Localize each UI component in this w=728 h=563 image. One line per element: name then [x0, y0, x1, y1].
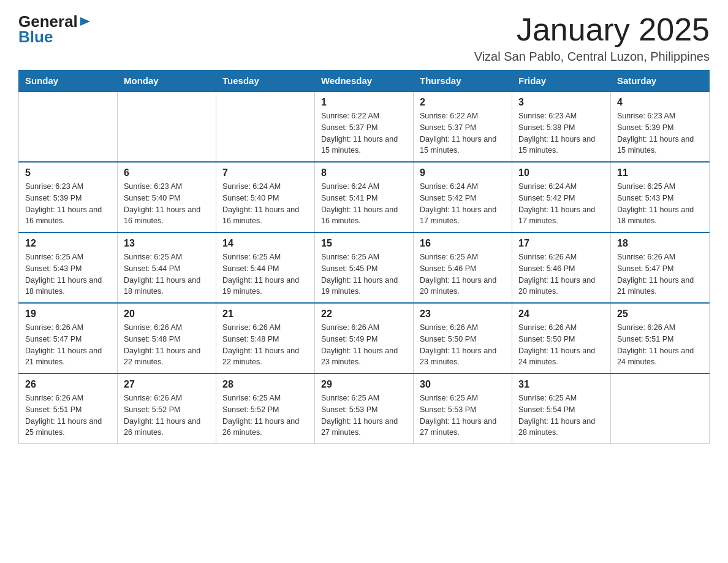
day-info: Sunrise: 6:25 AMSunset: 5:53 PMDaylight:…	[420, 393, 506, 439]
calendar-day-1: 1Sunrise: 6:22 AMSunset: 5:37 PMDaylight…	[315, 91, 414, 162]
day-number: 9	[420, 167, 506, 178]
day-info: Sunrise: 6:22 AMSunset: 5:37 PMDaylight:…	[321, 110, 407, 156]
day-number: 30	[420, 379, 506, 390]
calendar-day-14: 14Sunrise: 6:25 AMSunset: 5:44 PMDayligh…	[216, 232, 315, 303]
calendar-day-7: 7Sunrise: 6:24 AMSunset: 5:40 PMDaylight…	[216, 162, 315, 232]
day-number: 26	[25, 379, 111, 390]
svg-marker-0	[80, 17, 90, 26]
calendar-week-row: 5Sunrise: 6:23 AMSunset: 5:39 PMDaylight…	[19, 162, 710, 232]
calendar-day-16: 16Sunrise: 6:25 AMSunset: 5:46 PMDayligh…	[414, 232, 512, 303]
calendar-header-sunday: Sunday	[19, 71, 118, 92]
calendar-day-24: 24Sunrise: 6:26 AMSunset: 5:50 PMDayligh…	[512, 303, 611, 373]
day-info: Sunrise: 6:25 AMSunset: 5:43 PMDaylight:…	[617, 181, 703, 227]
day-number: 25	[617, 308, 703, 320]
day-number: 6	[124, 167, 210, 178]
calendar-header-friday: Friday	[512, 71, 611, 92]
calendar-week-row: 12Sunrise: 6:25 AMSunset: 5:43 PMDayligh…	[19, 232, 710, 303]
logo-icon	[79, 15, 93, 28]
day-info: Sunrise: 6:25 AMSunset: 5:53 PMDaylight:…	[321, 393, 407, 439]
calendar-day-empty	[118, 91, 216, 162]
calendar-day-11: 11Sunrise: 6:25 AMSunset: 5:43 PMDayligh…	[611, 162, 710, 232]
calendar-day-8: 8Sunrise: 6:24 AMSunset: 5:41 PMDaylight…	[315, 162, 414, 232]
calendar-header-thursday: Thursday	[414, 71, 512, 92]
day-number: 8	[321, 167, 407, 178]
day-info: Sunrise: 6:26 AMSunset: 5:52 PMDaylight:…	[124, 393, 210, 439]
calendar-day-25: 25Sunrise: 6:26 AMSunset: 5:51 PMDayligh…	[611, 303, 710, 373]
day-info: Sunrise: 6:25 AMSunset: 5:44 PMDaylight:…	[124, 251, 210, 297]
page-header: General Blue January 2025 Vizal San Pabl…	[18, 12, 710, 64]
day-info: Sunrise: 6:26 AMSunset: 5:50 PMDaylight:…	[518, 322, 604, 368]
calendar-day-26: 26Sunrise: 6:26 AMSunset: 5:51 PMDayligh…	[19, 373, 118, 444]
calendar-day-2: 2Sunrise: 6:22 AMSunset: 5:37 PMDaylight…	[414, 91, 512, 162]
calendar-day-4: 4Sunrise: 6:23 AMSunset: 5:39 PMDaylight…	[611, 91, 710, 162]
calendar-week-row: 19Sunrise: 6:26 AMSunset: 5:47 PMDayligh…	[19, 303, 710, 373]
day-number: 17	[518, 238, 604, 249]
calendar-day-19: 19Sunrise: 6:26 AMSunset: 5:47 PMDayligh…	[19, 303, 118, 373]
calendar-day-23: 23Sunrise: 6:26 AMSunset: 5:50 PMDayligh…	[414, 303, 512, 373]
calendar-header-tuesday: Tuesday	[216, 71, 315, 92]
calendar-day-empty	[19, 91, 118, 162]
day-number: 1	[321, 97, 407, 108]
calendar-day-13: 13Sunrise: 6:25 AMSunset: 5:44 PMDayligh…	[118, 232, 216, 303]
calendar-day-6: 6Sunrise: 6:23 AMSunset: 5:40 PMDaylight…	[118, 162, 216, 232]
calendar-day-5: 5Sunrise: 6:23 AMSunset: 5:39 PMDaylight…	[19, 162, 118, 232]
calendar-week-row: 26Sunrise: 6:26 AMSunset: 5:51 PMDayligh…	[19, 373, 710, 444]
day-info: Sunrise: 6:23 AMSunset: 5:39 PMDaylight:…	[617, 110, 703, 156]
calendar-day-empty	[216, 91, 315, 162]
calendar-day-21: 21Sunrise: 6:26 AMSunset: 5:48 PMDayligh…	[216, 303, 315, 373]
calendar-header-wednesday: Wednesday	[315, 71, 414, 92]
day-info: Sunrise: 6:26 AMSunset: 5:51 PMDaylight:…	[617, 322, 703, 368]
calendar-header-saturday: Saturday	[611, 71, 710, 92]
calendar-day-29: 29Sunrise: 6:25 AMSunset: 5:53 PMDayligh…	[315, 373, 414, 444]
day-number: 4	[617, 97, 703, 108]
day-number: 10	[518, 167, 604, 178]
day-info: Sunrise: 6:23 AMSunset: 5:38 PMDaylight:…	[518, 110, 604, 156]
day-number: 16	[420, 238, 506, 249]
calendar-day-31: 31Sunrise: 6:25 AMSunset: 5:54 PMDayligh…	[512, 373, 611, 444]
day-info: Sunrise: 6:26 AMSunset: 5:46 PMDaylight:…	[518, 251, 604, 297]
day-info: Sunrise: 6:23 AMSunset: 5:40 PMDaylight:…	[124, 181, 210, 227]
calendar-week-row: 1Sunrise: 6:22 AMSunset: 5:37 PMDaylight…	[19, 91, 710, 162]
calendar-day-9: 9Sunrise: 6:24 AMSunset: 5:42 PMDaylight…	[414, 162, 512, 232]
calendar-day-3: 3Sunrise: 6:23 AMSunset: 5:38 PMDaylight…	[512, 91, 611, 162]
day-number: 19	[25, 308, 111, 320]
calendar-day-22: 22Sunrise: 6:26 AMSunset: 5:49 PMDayligh…	[315, 303, 414, 373]
day-number: 5	[25, 167, 111, 178]
day-info: Sunrise: 6:26 AMSunset: 5:49 PMDaylight:…	[321, 322, 407, 368]
day-info: Sunrise: 6:24 AMSunset: 5:41 PMDaylight:…	[321, 181, 407, 227]
calendar-day-30: 30Sunrise: 6:25 AMSunset: 5:53 PMDayligh…	[414, 373, 512, 444]
day-number: 21	[222, 308, 308, 320]
day-number: 7	[222, 167, 308, 178]
day-info: Sunrise: 6:25 AMSunset: 5:54 PMDaylight:…	[518, 393, 604, 439]
day-info: Sunrise: 6:25 AMSunset: 5:45 PMDaylight:…	[321, 251, 407, 297]
day-info: Sunrise: 6:24 AMSunset: 5:40 PMDaylight:…	[222, 181, 308, 227]
day-info: Sunrise: 6:26 AMSunset: 5:50 PMDaylight:…	[420, 322, 506, 368]
day-number: 12	[25, 238, 111, 249]
title-area: January 2025 Vizal San Pablo, Central Lu…	[474, 12, 710, 64]
day-number: 27	[124, 379, 210, 390]
day-number: 11	[617, 167, 703, 178]
logo-blue: Blue	[18, 28, 53, 47]
day-number: 23	[420, 308, 506, 320]
calendar-day-17: 17Sunrise: 6:26 AMSunset: 5:46 PMDayligh…	[512, 232, 611, 303]
day-info: Sunrise: 6:26 AMSunset: 5:48 PMDaylight:…	[124, 322, 210, 368]
day-number: 15	[321, 238, 407, 249]
day-number: 13	[124, 238, 210, 249]
day-number: 2	[420, 97, 506, 108]
day-number: 18	[617, 238, 703, 249]
day-number: 3	[518, 97, 604, 108]
day-info: Sunrise: 6:26 AMSunset: 5:48 PMDaylight:…	[222, 322, 308, 368]
calendar-day-10: 10Sunrise: 6:24 AMSunset: 5:42 PMDayligh…	[512, 162, 611, 232]
calendar-day-12: 12Sunrise: 6:25 AMSunset: 5:43 PMDayligh…	[19, 232, 118, 303]
calendar-table: SundayMondayTuesdayWednesdayThursdayFrid…	[18, 70, 710, 444]
month-title: January 2025	[474, 12, 710, 47]
day-number: 22	[321, 308, 407, 320]
day-number: 28	[222, 379, 308, 390]
location-subtitle: Vizal San Pablo, Central Luzon, Philippi…	[474, 50, 710, 64]
day-info: Sunrise: 6:23 AMSunset: 5:39 PMDaylight:…	[25, 181, 111, 227]
day-number: 14	[222, 238, 308, 249]
day-info: Sunrise: 6:25 AMSunset: 5:52 PMDaylight:…	[222, 393, 308, 439]
calendar-day-28: 28Sunrise: 6:25 AMSunset: 5:52 PMDayligh…	[216, 373, 315, 444]
day-number: 20	[124, 308, 210, 320]
day-info: Sunrise: 6:25 AMSunset: 5:46 PMDaylight:…	[420, 251, 506, 297]
